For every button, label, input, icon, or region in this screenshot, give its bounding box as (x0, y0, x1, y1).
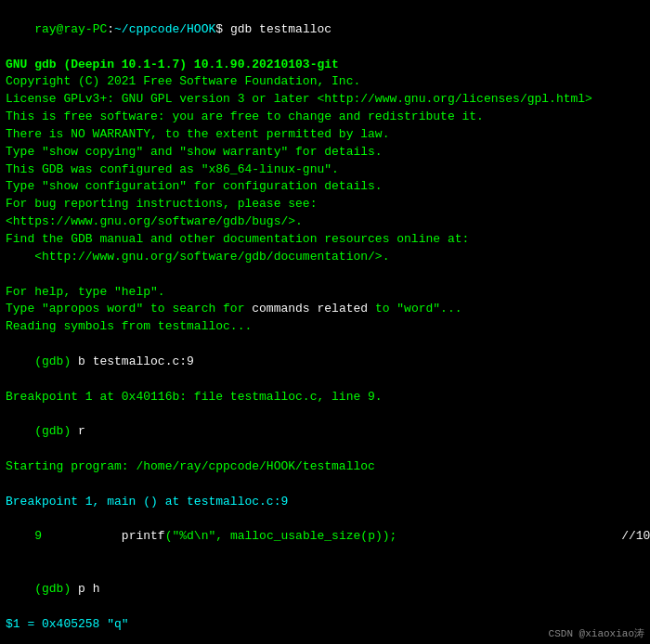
warranty1-line: There is NO WARRANTY, to the extent perm… (6, 126, 644, 144)
prompt-line: ray@ray-PC:~/cppcode/HOOK$ gdb testmallo… (6, 4, 644, 57)
bp-cmd-line: (gdb) b testmalloc.c:9 (6, 336, 644, 389)
terminal-window: ray@ray-PC:~/cppcode/HOOK$ gdb testmallo… (0, 0, 650, 644)
bug-report-line: For bug reporting instructions, please s… (6, 196, 644, 213)
prompt-user: ray@ray-PC (34, 22, 107, 36)
apropos-line: Type "apropos word" to search for comman… (6, 301, 644, 318)
run-cmd-line: (gdb) r (6, 406, 644, 458)
blank2 (6, 476, 644, 494)
watermark: CSDN @xiaoxiao涛 (549, 626, 644, 640)
help-hint-line: For help, type "help". (6, 284, 644, 302)
bugs-link-line: <https://www.gnu.org/software/gdb/bugs/>… (6, 213, 644, 231)
doc-link-line: <http://www.gnu.org/software/gdb/documen… (6, 249, 644, 266)
manual-line: Find the GDB manual and other documentat… (6, 231, 644, 249)
gnu-header-line: GNU gdb (Deepin 10.1-1.7) 10.1.90.202101… (6, 57, 644, 74)
warranty2-line: Type "show copying" and "show warranty" … (6, 144, 644, 161)
config-details-line: Type "show configuration" for configurat… (6, 178, 644, 196)
configured-line: This GDB was configured as "x86_64-linux… (6, 161, 644, 179)
copyright-line: Copyright (C) 2021 Free Software Foundat… (6, 73, 644, 91)
reading-line: Reading symbols from testmalloc... (6, 318, 644, 336)
bp-hit-line: Breakpoint 1, main () at testmalloc.c:9 (6, 494, 644, 511)
free-sw-line: This is free software: you are free to c… (6, 109, 644, 126)
code-line: 9 printf("%d\n", malloc_usable_size(p));… (6, 510, 644, 563)
blank1 (6, 266, 644, 284)
ph-cmd-line: (gdb) p h (6, 563, 644, 616)
starting-line: Starting program: /home/ray/cppcode/HOOK… (6, 458, 644, 476)
license-line: License GPLv3+: GNU GPL version 3 or lat… (6, 91, 644, 109)
bp-result-line: Breakpoint 1 at 0x40116b: file testmallo… (6, 389, 644, 406)
